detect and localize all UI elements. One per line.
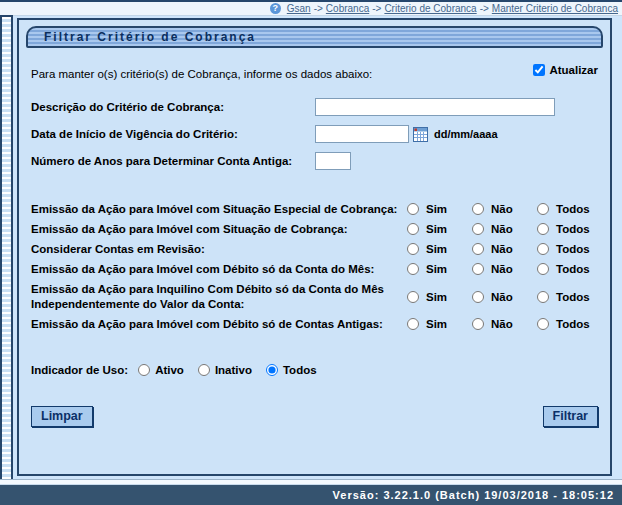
radio-todos[interactable]: Todos	[537, 243, 607, 255]
breadcrumb: ? Gsan -> Cobranca -> Criterio de Cobran…	[0, 2, 622, 16]
radio-nao-input[interactable]	[472, 291, 484, 303]
radio-row-label: Considerar Contas em Revisão:	[31, 242, 407, 257]
filter-panel: Filtrar Critério de Cobrança Para manter…	[17, 18, 612, 476]
radio-row-label: Emissão da Ação para Inquilino Com Débit…	[31, 282, 407, 312]
radio-row-situacao-cobranca: Emissão da Ação para Imóvel com Situação…	[31, 222, 598, 237]
radio-row-inquilino-debito: Emissão da Ação para Inquilino Com Débit…	[31, 282, 598, 312]
data-inicio-label: Data de Início de Vigência do Critério:	[31, 128, 315, 140]
intro-text: Para manter o(s) critério(s) de Cobrança…	[31, 64, 372, 80]
radio-row-label: Emissão da Ação para Imóvel com Débito s…	[31, 317, 407, 332]
radio-sim-input[interactable]	[407, 203, 419, 215]
breadcrumb-link-manter-criterio[interactable]: Manter Criterio de Cobranca	[492, 3, 618, 14]
date-format-hint: dd/mm/aaaa	[434, 128, 498, 140]
radio-todos-input[interactable]	[537, 203, 549, 215]
intro-row: Para manter o(s) critério(s) de Cobrança…	[31, 64, 598, 80]
data-inicio-row: Data de Início de Vigência do Critério: …	[31, 125, 598, 143]
atualizar-checkbox-label[interactable]: Atualizar	[533, 64, 598, 76]
numero-anos-row: Número de Anos para Determinar Conta Ant…	[31, 152, 598, 170]
help-icon[interactable]: ?	[270, 3, 281, 14]
radio-nao[interactable]: Não	[472, 223, 537, 235]
radio-sim-input[interactable]	[407, 318, 419, 330]
numero-anos-input[interactable]	[315, 152, 351, 170]
indicador-uso-row: Indicador de Uso: Ativo Inativo Todos	[31, 364, 598, 376]
breadcrumb-link-cobranca[interactable]: Cobranca	[326, 3, 369, 14]
radio-nao-input[interactable]	[472, 243, 484, 255]
limpar-button[interactable]: Limpar	[31, 406, 93, 427]
radio-ativo[interactable]: Ativo	[138, 364, 184, 376]
radio-todos[interactable]: Todos	[537, 223, 607, 235]
radio-sim[interactable]: Sim	[407, 263, 472, 275]
version-text: Versão: 3.22.1.0 (Batch) 19/03/2018 - 18…	[333, 489, 614, 501]
data-inicio-input[interactable]	[315, 125, 409, 143]
breadcrumb-link-criterio-cobranca[interactable]: Criterio de Cobranca	[384, 3, 476, 14]
numero-anos-label: Número de Anos para Determinar Conta Ant…	[31, 155, 315, 167]
radio-row-label: Emissão da Ação para Imóvel com Situação…	[31, 202, 407, 217]
radio-todos[interactable]: Todos	[537, 203, 607, 215]
radio-todos-input[interactable]	[537, 263, 549, 275]
radio-row-label: Emissão da Ação para Imóvel com Situação…	[31, 222, 407, 237]
radio-row-contas-revisao: Considerar Contas em Revisão: Sim Não To…	[31, 242, 598, 257]
breadcrumb-separator: ->	[480, 3, 489, 14]
calendar-icon[interactable]	[413, 127, 428, 142]
radio-inativo-input[interactable]	[198, 364, 210, 376]
atualizar-label-text: Atualizar	[549, 64, 598, 76]
radio-row-contas-antigas: Emissão da Ação para Imóvel com Débito s…	[31, 317, 598, 332]
descricao-row: Descrição do Critério de Cobrança:	[31, 98, 598, 116]
radio-sim[interactable]: Sim	[407, 318, 472, 330]
radio-sim-input[interactable]	[407, 243, 419, 255]
filtrar-button[interactable]: Filtrar	[543, 406, 598, 427]
panel-content: Para manter o(s) critério(s) de Cobrança…	[19, 64, 610, 427]
breadcrumb-separator: ->	[372, 3, 381, 14]
radio-sim-input[interactable]	[407, 263, 419, 275]
radio-sim[interactable]: Sim	[407, 291, 472, 303]
panel-title: Filtrar Critério de Cobrança	[26, 26, 603, 48]
breadcrumb-separator: ->	[314, 3, 323, 14]
radio-sim[interactable]: Sim	[407, 223, 472, 235]
indicador-uso-label: Indicador de Uso:	[31, 364, 128, 376]
radio-todos[interactable]: Todos	[537, 291, 607, 303]
radio-todos-input[interactable]	[537, 243, 549, 255]
radio-nao-input[interactable]	[472, 203, 484, 215]
descricao-input[interactable]	[315, 98, 555, 116]
radio-nao[interactable]: Não	[472, 318, 537, 330]
radio-row-label: Emissão da Ação para Imóvel com Débito s…	[31, 262, 407, 277]
radio-todos-input[interactable]	[537, 291, 549, 303]
radio-todos[interactable]: Todos	[266, 364, 317, 376]
radio-nao[interactable]: Não	[472, 291, 537, 303]
radio-sim[interactable]: Sim	[407, 243, 472, 255]
radio-nao-input[interactable]	[472, 318, 484, 330]
radio-todos[interactable]: Todos	[537, 263, 607, 275]
version-bar: Versão: 3.22.1.0 (Batch) 19/03/2018 - 18…	[0, 485, 622, 505]
radio-nao[interactable]: Não	[472, 263, 537, 275]
radio-nao-input[interactable]	[472, 223, 484, 235]
radio-sim-input[interactable]	[407, 223, 419, 235]
radio-section: Emissão da Ação para Imóvel com Situação…	[31, 202, 598, 332]
radio-row-situacao-especial: Emissão da Ação para Imóvel com Situação…	[31, 202, 598, 217]
radio-nao-input[interactable]	[472, 263, 484, 275]
breadcrumb-link-gsan[interactable]: Gsan	[287, 3, 311, 14]
radio-todos-input[interactable]	[266, 364, 278, 376]
radio-nao[interactable]: Não	[472, 203, 537, 215]
radio-ativo-input[interactable]	[138, 364, 150, 376]
radio-todos-input[interactable]	[537, 223, 549, 235]
radio-sim-input[interactable]	[407, 291, 419, 303]
radio-row-debito-conta-mes: Emissão da Ação para Imóvel com Débito s…	[31, 262, 598, 277]
left-menu-strip	[0, 15, 13, 481]
radio-todos-input[interactable]	[537, 318, 549, 330]
descricao-label: Descrição do Critério de Cobrança:	[31, 101, 315, 113]
atualizar-checkbox[interactable]	[533, 64, 545, 76]
radio-todos[interactable]: Todos	[537, 318, 607, 330]
radio-inativo[interactable]: Inativo	[198, 364, 252, 376]
panel-title-text: Filtrar Critério de Cobrança	[44, 30, 256, 44]
buttons-row: Limpar Filtrar	[31, 406, 598, 427]
radio-sim[interactable]: Sim	[407, 203, 472, 215]
radio-nao[interactable]: Não	[472, 243, 537, 255]
gsan-screen: ? Gsan -> Cobranca -> Criterio de Cobran…	[0, 0, 622, 505]
